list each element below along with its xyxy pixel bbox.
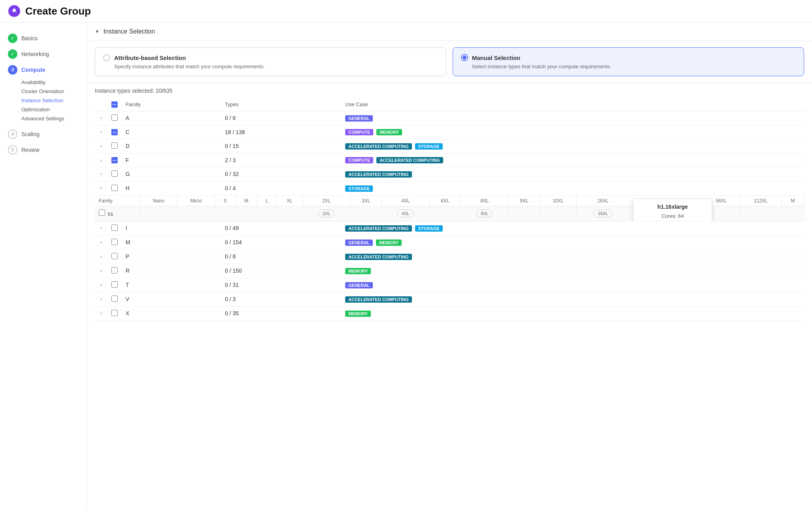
h1-xl [277,206,303,221]
sidebar-sub-advanced-settings[interactable]: Advanced Settings [0,114,86,123]
h1-8xl: 8XL [461,206,509,221]
tooltip-cores: Cores: 64 [638,212,707,221]
sidebar-item-basics[interactable]: ✓ Basics [0,30,86,46]
types-T: 0 / 31 [221,278,342,292]
table-row: › P 0 / 8 ACCELERATED COMPUTING [95,249,804,264]
h1-2xl: 2XL [303,206,350,221]
types-R: 0 / 150 [221,264,342,278]
expand-I[interactable]: › [99,225,103,232]
pill-16xl[interactable]: 16XL [594,210,613,217]
logo-icon [8,5,21,17]
tooltip-memory: Memory (GiB): 256 [638,220,707,221]
checkbox-D[interactable] [111,142,118,149]
sidebar-label-scaling: Scaling [21,131,39,137]
h1-6xl [429,206,461,221]
header-checkbox[interactable] [111,101,118,108]
table-row: › H 0 / 4 STORAGE [95,181,804,195]
pill-8xl[interactable]: 8XL [476,210,493,217]
tag-accel-F: ACCELERATED COMPUTING [376,157,443,163]
col-checkbox-header [107,98,122,111]
checkbox-X[interactable] [111,310,118,316]
checkbox-V[interactable] [111,296,118,302]
checkbox-G[interactable] [111,170,118,177]
checkbox-P[interactable] [111,253,118,259]
card-desc-manual: Select instance types that match your co… [461,64,796,69]
manual-selection-card[interactable]: Manual Selection Select instance types t… [453,47,804,76]
types-D: 0 / 15 [221,139,342,153]
expand-D[interactable]: › [99,142,103,150]
checkbox-h1[interactable] [99,210,105,216]
sub-col-8xl: 8XL [461,196,509,206]
section-title: Instance Selection [103,28,155,35]
checkbox-A[interactable] [111,114,118,121]
types-V: 0 / 3 [221,292,342,306]
expand-P[interactable]: › [99,253,103,260]
expand-R[interactable]: › [99,267,103,274]
h1-s [215,206,235,221]
sidebar-sub-optimization[interactable]: Optimization [0,105,86,114]
sidebar-sub-cluster[interactable]: Cluster Orientation [0,87,86,96]
step-icon-networking: ✓ [8,49,17,59]
expand-C[interactable]: › [99,129,103,136]
tag-general-A: GENERAL [345,115,373,122]
header: Create Group [0,0,812,22]
types-H: 0 / 4 [221,181,342,195]
step-icon-scaling: 4 [8,129,17,139]
checkbox-T[interactable] [111,281,118,288]
checkbox-C[interactable] [111,129,118,135]
table-row: › M 0 / 154 GENERAL MEMORY [95,235,804,249]
col-expand [95,98,107,111]
h1-l [258,206,277,221]
expand-A[interactable]: › [99,114,103,122]
chevron-down-icon: ▼ [95,29,100,34]
h1-micro [177,206,215,221]
instance-count: Instance types selected: 20/635 [95,88,804,94]
family-X: X [122,306,221,320]
table-section: Instance types selected: 20/635 Family T… [87,83,812,321]
col-family: Family [122,98,221,111]
tag-storage-I: STORAGE [415,225,443,232]
table-row: › A 0 / 6 GENERAL [95,111,804,125]
expand-F[interactable]: › [99,157,103,164]
sidebar: ✓ Basics ✓ Networking 3 Compute Availabi… [0,22,87,509]
checkbox-I[interactable] [111,225,118,231]
expand-T[interactable]: › [99,281,103,288]
sidebar-item-networking[interactable]: ✓ Networking [0,46,86,62]
expand-V[interactable]: › [99,296,103,303]
sidebar-item-review[interactable]: 5 Review [0,142,86,158]
sub-col-nano: Nano [140,196,177,206]
radio-manual[interactable] [461,54,468,61]
step-icon-basics: ✓ [8,34,17,43]
sidebar-item-scaling[interactable]: 4 Scaling [0,126,86,142]
h1-10xl [540,206,577,221]
pill-4xl[interactable]: 4XL [397,210,414,217]
expand-G[interactable]: › [99,170,103,178]
card-header-manual: Manual Selection [461,54,796,61]
checkbox-F[interactable] [111,157,118,163]
usecase-H: STORAGE [341,181,804,195]
checkbox-M[interactable] [111,239,118,245]
h1-nano [140,206,177,221]
attribute-based-card[interactable]: Attribute-based Selection Specify instan… [95,47,446,76]
types-P: 0 / 8 [221,249,342,264]
svg-point-1 [13,9,16,12]
checkbox-H[interactable] [111,185,118,191]
table-row: › G 0 / 32 ACCELERATED COMPUTING [95,167,804,181]
expand-H[interactable]: › [98,186,105,191]
pill-2xl[interactable]: 2XL [318,210,335,217]
sidebar-item-compute[interactable]: 3 Compute [0,62,86,78]
expand-X[interactable]: › [99,310,103,317]
family-P: P [122,249,221,264]
radio-attribute[interactable] [103,54,110,61]
expand-M[interactable]: › [99,239,103,246]
usecase-C: COMPUTE MEMORY [341,125,804,139]
app-container: Create Group ✓ Basics ✓ Networking 3 Co [0,0,812,509]
h1-16xl: 16XL h1.16xlarge Cores: 64 Memory (GiB):… [577,206,630,221]
tag-accel-D: ACCELERATED COMPUTING [345,143,412,150]
tag-compute-F: COMPUTE [345,157,373,163]
sidebar-sub-instance-selection[interactable]: Instance Selection [0,96,86,105]
sidebar-sub-availability[interactable]: Availability [0,78,86,87]
usecase-I: ACCELERATED COMPUTING STORAGE [341,221,804,235]
checkbox-R[interactable] [111,267,118,273]
h-sub-table-row: Family Nano Micro S M L XL 2XL [95,195,804,221]
